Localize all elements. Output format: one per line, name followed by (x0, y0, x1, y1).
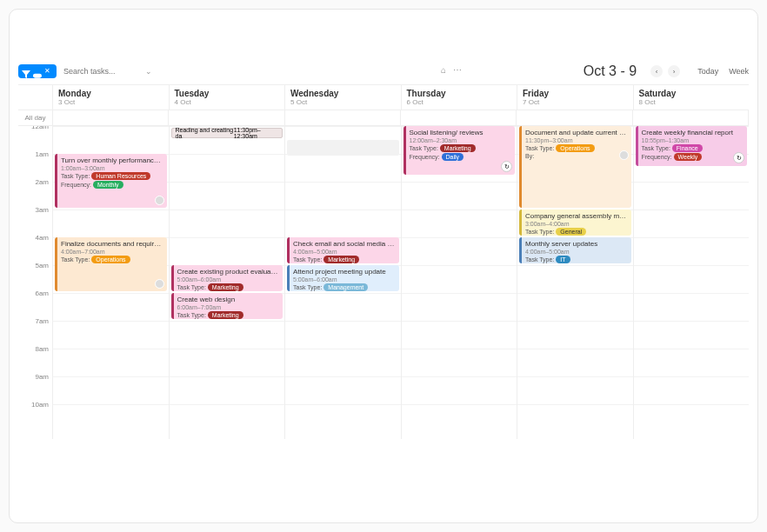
tag-mkt: Marketing (208, 311, 243, 319)
empty-event-slot[interactable] (287, 140, 399, 156)
avatar (619, 150, 629, 160)
tag-it: IT (556, 256, 570, 263)
event-card[interactable]: Company general assembly meeting 3:00am–… (519, 209, 631, 236)
avatar (155, 279, 164, 289)
chevron-down-icon[interactable]: ⌄ (145, 67, 152, 76)
day-column-wed[interactable]: Check email and social media platforms 4… (285, 126, 402, 439)
time-gutter: 12am1am2am3am4am5am6am7am8am9am10am (18, 126, 53, 439)
day-header-row: Monday3 Oct Tuesday4 Oct Wednesday5 Oct … (18, 85, 749, 110)
filter-icon (22, 67, 30, 76)
today-button[interactable]: Today (697, 67, 718, 76)
close-icon: ✕ (44, 67, 53, 76)
event-card[interactable]: Turn over monthly performance management… (55, 154, 167, 208)
day-column-thu[interactable]: Social listening/ reviews 12:00am–2:30am… (402, 126, 518, 439)
tag-freq: Weekly (674, 153, 703, 161)
tag-mkt: Marketing (208, 283, 243, 291)
day-column-fri[interactable]: Document and update current SOPs 11:30pm… (517, 126, 634, 439)
day-column-tue[interactable]: Reading and creating da11:30pm–12:30am C… (170, 126, 286, 439)
tag-freq: Monthly (93, 181, 123, 189)
next-button[interactable]: › (668, 65, 680, 77)
event-card[interactable]: Finalize documents and requirements for … (55, 237, 167, 291)
event-card[interactable]: Attend project meeting update 5:00am–6:0… (287, 265, 399, 291)
tag-ops: Operations (91, 256, 130, 263)
tag-mkt: Marketing (440, 144, 476, 152)
day-header[interactable]: Thursday6 Oct (402, 85, 518, 110)
view-selector[interactable]: Week (729, 67, 749, 76)
tag-mkt: Marketing (323, 256, 359, 263)
day-column-sat[interactable]: Create weekly financial report 10:55pm–1… (634, 126, 750, 439)
recurring-icon: ↻ (733, 152, 744, 163)
event-card[interactable]: Monthly server updates 4:00am–5:00am Tas… (519, 237, 631, 263)
day-header[interactable]: Friday7 Oct (517, 85, 634, 110)
event-card[interactable]: Check email and social media platforms 4… (287, 237, 399, 263)
more-icon[interactable]: ⋯ (453, 65, 462, 75)
day-header[interactable]: Wednesday5 Oct (285, 85, 402, 110)
event-card[interactable]: Create existing product evaluation repor… (171, 265, 283, 291)
date-range: Oct 3 - 9 (584, 63, 637, 79)
allday-label: All day (18, 110, 53, 125)
tag-ops: Operations (556, 144, 594, 152)
allday-row: All day (18, 110, 749, 126)
event-card[interactable]: Document and update current SOPs 11:30pm… (519, 126, 631, 208)
event-card[interactable]: Create web design 6:00am–7:00am Task Typ… (171, 293, 283, 319)
day-header[interactable]: Monday3 Oct (53, 85, 170, 110)
home-icon[interactable]: ⌂ (441, 65, 446, 75)
search-input[interactable] (63, 67, 142, 76)
event-bar[interactable]: Reading and creating da11:30pm–12:30am (171, 128, 283, 138)
event-card[interactable]: Social listening/ reviews 12:00am–2:30am… (404, 126, 516, 175)
toggle-icon (33, 67, 42, 76)
day-column-mon[interactable]: Turn over monthly performance management… (53, 126, 170, 439)
tag-gen: General (556, 228, 586, 236)
event-card[interactable]: Create weekly financial report 10:55pm–1… (636, 126, 748, 166)
tag-hr: Human Resources (91, 172, 150, 180)
day-header[interactable]: Saturday8 Oct (634, 85, 750, 110)
prev-button[interactable]: ‹ (650, 65, 663, 77)
avatar (155, 196, 164, 205)
tag-mgmt: Management (323, 283, 368, 291)
tag-fin: Finance (672, 144, 703, 152)
day-header[interactable]: Tuesday4 Oct (170, 85, 286, 110)
tag-freq: Daily (442, 153, 464, 161)
svg-rect-0 (33, 74, 42, 78)
recurring-icon: ↻ (501, 161, 512, 172)
filter-toolbar[interactable]: ✕ (18, 64, 57, 78)
